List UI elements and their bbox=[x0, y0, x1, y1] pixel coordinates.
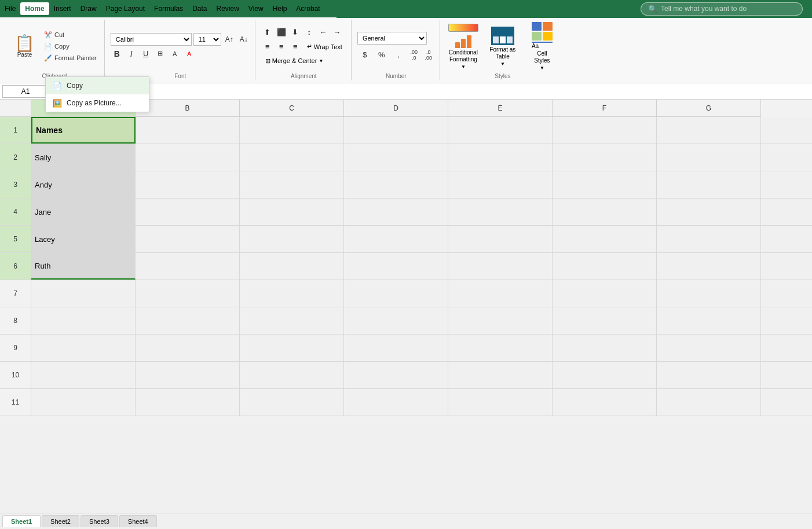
cell-F10[interactable] bbox=[553, 362, 657, 388]
cell-A11[interactable] bbox=[31, 389, 136, 416]
row-header-7[interactable]: 7 bbox=[0, 280, 31, 307]
row-header-11[interactable]: 11 bbox=[0, 389, 31, 416]
cell-D3[interactable] bbox=[344, 171, 448, 198]
font-name-select[interactable]: Calibri bbox=[111, 33, 192, 46]
decrease-decimal-button[interactable]: .0.00 bbox=[422, 49, 435, 61]
cell-G8[interactable] bbox=[657, 307, 761, 334]
search-input[interactable] bbox=[661, 5, 795, 13]
row-header-10[interactable]: 10 bbox=[0, 362, 31, 388]
cell-G7[interactable] bbox=[657, 280, 761, 307]
cell-G3[interactable] bbox=[657, 171, 761, 198]
cell-G1[interactable] bbox=[657, 117, 761, 144]
cell-D7[interactable] bbox=[344, 280, 448, 307]
fill-color-button[interactable]: A bbox=[169, 47, 181, 60]
cut-button[interactable]: ✂️ Cut bbox=[41, 30, 100, 41]
cell-F7[interactable] bbox=[553, 280, 657, 307]
align-middle-button[interactable]: ⬛ bbox=[275, 26, 288, 39]
copy-as-picture-menu-item[interactable]: 🖼️ Copy as Picture... bbox=[46, 94, 149, 112]
dollar-button[interactable]: $ bbox=[357, 49, 372, 61]
cell-G2[interactable] bbox=[657, 144, 761, 171]
menu-home[interactable]: Home bbox=[20, 2, 49, 15]
cell-reference-box[interactable] bbox=[2, 85, 49, 98]
cell-B5[interactable] bbox=[136, 226, 240, 252]
cell-C9[interactable] bbox=[240, 335, 344, 361]
cell-F2[interactable] bbox=[553, 144, 657, 171]
cell-A3[interactable]: Andy bbox=[31, 171, 136, 198]
cell-B3[interactable] bbox=[136, 171, 240, 198]
menu-acrobat[interactable]: Acrobat bbox=[291, 2, 324, 15]
col-header-D[interactable]: D bbox=[344, 100, 448, 117]
col-header-B[interactable]: B bbox=[136, 100, 240, 117]
conditional-formatting-button[interactable]: ConditionalFormatting ▼ bbox=[446, 23, 481, 71]
cell-C2[interactable] bbox=[240, 144, 344, 171]
cell-A4[interactable]: Jane bbox=[31, 199, 136, 225]
sheet-tab-3[interactable]: Sheet3 bbox=[81, 515, 118, 527]
col-header-G[interactable]: G bbox=[657, 100, 761, 117]
cell-G10[interactable] bbox=[657, 362, 761, 388]
cell-D6[interactable] bbox=[344, 253, 448, 280]
cell-B2[interactable] bbox=[136, 144, 240, 171]
cell-styles-button[interactable]: Aa CellStyles ▼ bbox=[525, 21, 559, 72]
cell-A2[interactable]: Sally bbox=[31, 144, 136, 171]
menu-draw[interactable]: Draw bbox=[76, 2, 101, 15]
row-header-4[interactable]: 4 bbox=[0, 199, 31, 225]
align-top-button[interactable]: ⬆ bbox=[261, 26, 274, 39]
menu-data[interactable]: Data bbox=[188, 2, 211, 15]
align-right-button[interactable]: ≡ bbox=[289, 41, 302, 53]
cell-B8[interactable] bbox=[136, 307, 240, 334]
cell-D2[interactable] bbox=[344, 144, 448, 171]
cell-E8[interactable] bbox=[448, 307, 553, 334]
cell-F1[interactable] bbox=[553, 117, 657, 144]
cell-C6[interactable] bbox=[240, 253, 344, 280]
percent-button[interactable]: % bbox=[374, 49, 389, 61]
comma-button[interactable]: , bbox=[391, 49, 406, 61]
copy-menu-item[interactable]: 📄 Copy bbox=[46, 77, 149, 94]
cell-D10[interactable] bbox=[344, 362, 448, 388]
italic-button[interactable]: I bbox=[125, 47, 138, 60]
cell-C10[interactable] bbox=[240, 362, 344, 388]
wrap-text-button[interactable]: ↵ Wrap Text bbox=[303, 41, 346, 53]
menu-review[interactable]: Review bbox=[211, 2, 243, 15]
cell-D11[interactable] bbox=[344, 389, 448, 416]
col-header-E[interactable]: E bbox=[448, 100, 553, 117]
cell-C11[interactable] bbox=[240, 389, 344, 416]
row-header-6[interactable]: 6 bbox=[0, 253, 31, 280]
cell-E4[interactable] bbox=[448, 199, 553, 225]
sheet-tab-2[interactable]: Sheet2 bbox=[42, 515, 79, 527]
cell-A6[interactable]: Ruth bbox=[31, 253, 136, 280]
increase-decimal-button[interactable]: .00.0 bbox=[408, 49, 420, 61]
cell-C7[interactable] bbox=[240, 280, 344, 307]
menu-page-layout[interactable]: Page Layout bbox=[101, 2, 149, 15]
cell-G5[interactable] bbox=[657, 226, 761, 252]
cell-G11[interactable] bbox=[657, 389, 761, 416]
cell-F4[interactable] bbox=[553, 199, 657, 225]
cell-G9[interactable] bbox=[657, 335, 761, 361]
format-painter-button[interactable]: 🖌️ Format Painter bbox=[41, 53, 100, 64]
row-header-1[interactable]: 1 bbox=[0, 117, 31, 144]
grid-container[interactable]: A B C D E F G 1 Names 2 Sally bbox=[0, 100, 812, 529]
search-box[interactable]: 🔍 bbox=[641, 2, 803, 16]
cell-A1[interactable]: Names bbox=[31, 117, 136, 144]
cell-A10[interactable] bbox=[31, 362, 136, 388]
cell-E5[interactable] bbox=[448, 226, 553, 252]
font-size-select[interactable]: 11 bbox=[193, 33, 221, 46]
cell-D1[interactable] bbox=[344, 117, 448, 144]
bold-button[interactable]: B bbox=[111, 47, 123, 60]
cell-C8[interactable] bbox=[240, 307, 344, 334]
format-as-table-button[interactable]: Format asTable ▼ bbox=[485, 25, 520, 68]
cell-F8[interactable] bbox=[553, 307, 657, 334]
merge-center-button[interactable]: ⊞ Merge & Center ▼ bbox=[261, 55, 328, 67]
cell-C3[interactable] bbox=[240, 171, 344, 198]
cell-B6[interactable] bbox=[136, 253, 240, 280]
indent-increase-button[interactable]: → bbox=[331, 26, 343, 39]
cell-B11[interactable] bbox=[136, 389, 240, 416]
text-direction-button[interactable]: ↕ bbox=[303, 26, 316, 39]
menu-formulas[interactable]: Formulas bbox=[149, 2, 188, 15]
cell-G6[interactable] bbox=[657, 253, 761, 280]
cell-D8[interactable] bbox=[344, 307, 448, 334]
cell-C4[interactable] bbox=[240, 199, 344, 225]
cell-D5[interactable] bbox=[344, 226, 448, 252]
cell-F11[interactable] bbox=[553, 389, 657, 416]
col-header-C[interactable]: C bbox=[240, 100, 344, 117]
row-header-8[interactable]: 8 bbox=[0, 307, 31, 334]
